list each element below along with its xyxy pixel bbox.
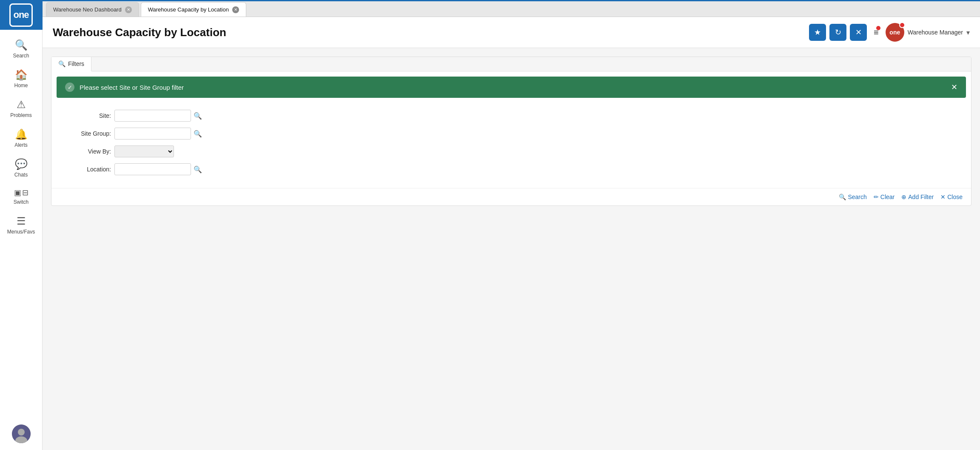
warning-icon: ⚠ — [17, 99, 26, 111]
menu-button[interactable]: ≡ — [870, 26, 882, 39]
tab-capacity-by-location[interactable]: Warehouse Capacity by Location ✕ — [141, 2, 246, 17]
sidebar-item-chats[interactable]: 💬 Chats — [0, 153, 42, 183]
filter-tab-label: Filters — [68, 60, 84, 67]
clear-button-icon: ✏ — [874, 194, 879, 200]
tab-bar: Warehouse Neo Dashboard ✕ Warehouse Capa… — [43, 0, 980, 17]
search-icon: 🔍 — [15, 39, 28, 51]
field-site: Site: 🔍 — [60, 110, 963, 122]
filter-tab-filters[interactable]: 🔍 Filters — [51, 57, 91, 71]
user-avatar-badge — [899, 22, 905, 28]
add-filter-label: Add Filter — [908, 194, 934, 200]
avatar-text: one — [889, 29, 900, 36]
content-area: Warehouse Capacity by Location ★ ↻ ✕ ≡ o… — [43, 17, 980, 450]
sidebar-item-menus-favs[interactable]: ☰ Menus/Favs — [0, 210, 42, 240]
sidebar-item-switch[interactable]: ▣ ⊟ Switch — [0, 183, 42, 210]
switch-icons: ▣ ⊟ — [14, 188, 28, 197]
favorite-button[interactable]: ★ — [809, 24, 826, 41]
filter-tabs: 🔍 Filters — [51, 57, 971, 71]
tab-neo-dashboard[interactable]: Warehouse Neo Dashboard ✕ — [46, 2, 139, 17]
field-location: Location: 🔍 — [60, 163, 963, 175]
field-view-by: View By: — [60, 145, 963, 157]
site-group-search-icon[interactable]: 🔍 — [194, 130, 202, 138]
header-actions: ★ ↻ ✕ ≡ one Warehouse Manager ▾ — [809, 23, 970, 42]
alert-text: Please select Site or Site Group filter — [80, 84, 946, 91]
filter-form: Site: 🔍 Site Group: 🔍 — [51, 103, 971, 188]
location-input[interactable] — [114, 163, 191, 175]
alert-banner: ✓ Please select Site or Site Group filte… — [57, 77, 966, 98]
page-title: Warehouse Capacity by Location — [53, 26, 804, 39]
sidebar-item-alerts[interactable]: 🔔 Alerts — [0, 123, 42, 153]
menu-icon: ☰ — [17, 215, 26, 227]
sidebar-label-home: Home — [14, 83, 28, 88]
header-bar: Warehouse Capacity by Location ★ ↻ ✕ ≡ o… — [43, 17, 980, 48]
search-button-icon: 🔍 — [839, 194, 846, 200]
sidebar-item-problems[interactable]: ⚠ Problems — [0, 94, 42, 123]
avatar[interactable] — [12, 424, 31, 443]
search-button-label: Search — [848, 194, 866, 200]
tab-capacity-close[interactable]: ✕ — [232, 6, 239, 13]
user-name: Warehouse Manager — [908, 29, 963, 36]
bell-icon: 🔔 — [15, 128, 28, 140]
user-area[interactable]: one Warehouse Manager ▾ — [886, 23, 970, 42]
sidebar-item-search[interactable]: 🔍 Search — [0, 34, 42, 64]
sidebar-label-switch: Switch — [14, 199, 28, 205]
label-site: Site: — [60, 112, 111, 119]
input-wrap-site: 🔍 — [114, 110, 202, 122]
label-view-by: View By: — [60, 148, 111, 155]
input-wrap-location: 🔍 — [114, 163, 202, 175]
label-site-group: Site Group: — [60, 130, 111, 137]
close-tab-button[interactable]: ✕ — [850, 24, 867, 41]
input-wrap-site-group: 🔍 — [114, 128, 202, 140]
input-wrap-view-by — [114, 145, 174, 157]
add-filter-button[interactable]: ⊕ Add Filter — [901, 194, 934, 200]
sidebar-label-alerts: Alerts — [14, 142, 28, 148]
menu-badge — [876, 26, 880, 30]
clear-button-label: Clear — [880, 194, 895, 200]
user-dropdown-icon[interactable]: ▾ — [966, 28, 970, 37]
search-button[interactable]: 🔍 Search — [839, 194, 866, 200]
refresh-button[interactable]: ↻ — [829, 24, 846, 41]
label-location: Location: — [60, 166, 111, 173]
sidebar-label-chats: Chats — [14, 172, 28, 178]
alert-check-icon: ✓ — [65, 83, 74, 92]
close-button-icon: ✕ — [940, 194, 946, 200]
tab-capacity-label: Warehouse Capacity by Location — [148, 6, 229, 13]
location-search-icon[interactable]: 🔍 — [194, 165, 202, 174]
close-button[interactable]: ✕ Close — [940, 194, 963, 200]
site-search-icon[interactable]: 🔍 — [194, 112, 202, 120]
sidebar-item-home[interactable]: 🏠 Home — [0, 64, 42, 94]
main-area: Warehouse Neo Dashboard ✕ Warehouse Capa… — [43, 0, 980, 450]
clear-button[interactable]: ✏ Clear — [874, 194, 895, 200]
tab-neo-dashboard-label: Warehouse Neo Dashboard — [53, 6, 122, 13]
logo-inner: one — [9, 3, 33, 27]
home-icon: 🏠 — [15, 69, 28, 81]
site-group-input[interactable] — [114, 128, 191, 140]
sidebar-label-search: Search — [13, 53, 29, 59]
sidebar-label-menus-favs: Menus/Favs — [7, 229, 35, 235]
view-by-select[interactable] — [114, 145, 174, 157]
user-avatar: one — [886, 23, 904, 42]
app-logo[interactable]: one — [0, 0, 43, 30]
field-site-group: Site Group: 🔍 — [60, 128, 963, 140]
switch-icon-left: ▣ — [14, 188, 21, 197]
sidebar-label-problems: Problems — [10, 112, 32, 118]
switch-icon-right: ⊟ — [22, 188, 28, 197]
page-body: 🔍 Filters ✓ Please select Site or Site G… — [43, 48, 980, 450]
chat-icon: 💬 — [15, 158, 28, 170]
filter-actions: 🔍 Search ✏ Clear ⊕ Add Filter ✕ Close — [51, 188, 971, 205]
add-filter-icon: ⊕ — [901, 194, 906, 200]
alert-close-button[interactable]: ✕ — [951, 83, 957, 92]
tab-neo-dashboard-close[interactable]: ✕ — [125, 6, 132, 13]
filter-panel: 🔍 Filters ✓ Please select Site or Site G… — [51, 57, 971, 206]
close-button-label: Close — [947, 194, 963, 200]
filter-tab-icon: 🔍 — [58, 60, 66, 67]
site-input[interactable] — [114, 110, 191, 122]
svg-point-1 — [18, 429, 25, 436]
sidebar: one 🔍 Search 🏠 Home ⚠ Problems 🔔 Alerts … — [0, 0, 43, 450]
